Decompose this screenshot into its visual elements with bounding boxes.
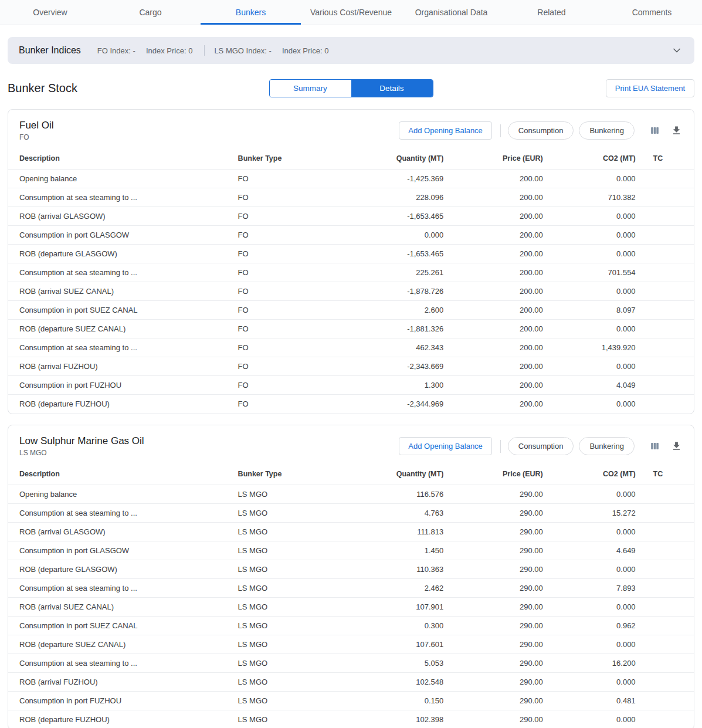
table-row[interactable]: ROB (departure FUZHOU) LS MGO 102.398 29…	[8, 710, 694, 728]
table-row[interactable]: ROB (arrival SUEZ CANAL) LS MGO 107.901 …	[8, 598, 694, 617]
cell-tc	[636, 395, 694, 414]
tab[interactable]: Related	[501, 0, 602, 25]
columns-icon-button[interactable]	[647, 438, 663, 454]
table-row[interactable]: Opening balance FO -1,425.369 200.00 0.0…	[8, 170, 694, 188]
cell-quantity: -1,878.726	[378, 282, 443, 301]
cell-bunker-type: LS MGO	[238, 541, 379, 560]
download-icon	[671, 441, 682, 452]
tab[interactable]: Overview	[0, 0, 100, 25]
cell-description: ROB (departure FUZHOU)	[8, 395, 238, 414]
cell-tc	[636, 357, 694, 376]
table-row[interactable]: ROB (departure FUZHOU) FO -2,344.969 200…	[8, 395, 694, 414]
table-row[interactable]: Consumption in port FUZHOU FO 1.300 200.…	[8, 376, 694, 395]
cell-bunker-type: LS MGO	[238, 579, 379, 598]
cell-price: 200.00	[443, 245, 543, 263]
details-tab-button[interactable]: Details	[351, 80, 433, 97]
table-row[interactable]: ROB (arrival FUZHOU) FO -2,343.669 200.0…	[8, 357, 694, 376]
cell-tc	[636, 320, 694, 338]
col-co2: CO2 (MT)	[543, 148, 636, 170]
cell-tc	[636, 376, 694, 395]
col-description: Description	[8, 148, 238, 170]
print-eua-statement-button[interactable]: Print EUA Statement	[606, 79, 694, 97]
table-row[interactable]: Consumption at sea steaming to ... LS MG…	[8, 504, 694, 523]
cell-description: Consumption in port SUEZ CANAL	[8, 617, 238, 635]
table-row[interactable]: ROB (departure GLASGOW) FO -1,653.465 20…	[8, 245, 694, 263]
cell-co2: 0.962	[543, 617, 636, 635]
table-row[interactable]: Consumption at sea steaming to ... FO 22…	[8, 263, 694, 282]
download-icon-button[interactable]	[669, 438, 684, 454]
cell-description: ROB (departure GLASGOW)	[8, 560, 238, 579]
download-icon-button[interactable]	[669, 123, 684, 138]
table-row[interactable]: Consumption in port FUZHOU LS MGO 0.150 …	[8, 692, 694, 710]
bunker-indices-bar[interactable]: Bunker Indices FO Index: - Index Price: …	[8, 37, 694, 64]
cell-co2: 4.049	[543, 376, 636, 395]
columns-icon-button[interactable]	[647, 123, 663, 138]
page-title: Bunker Stock	[8, 82, 269, 95]
cell-quantity: 2.600	[378, 301, 443, 320]
bunkering-button[interactable]: Bunkering	[579, 121, 635, 140]
add-opening-balance-button[interactable]: Add Opening Balance	[399, 121, 491, 140]
table-row[interactable]: Opening balance LS MGO 116.576 290.00 0.…	[8, 485, 694, 504]
view-columns-icon	[649, 125, 660, 136]
page-header: Bunker Stock Summary Details Print EUA S…	[8, 79, 694, 97]
col-price: Price (EUR)	[443, 464, 543, 485]
tab[interactable]: Various Cost/Revenue	[301, 0, 401, 25]
summary-tab-button[interactable]: Summary	[270, 80, 351, 97]
cell-co2: 0.000	[543, 226, 636, 245]
summary-details-toggle: Summary Details	[269, 79, 433, 97]
tab[interactable]: Cargo	[100, 0, 201, 25]
consumption-button[interactable]: Consumption	[508, 121, 574, 140]
table-row[interactable]: ROB (departure GLASGOW) LS MGO 110.363 2…	[8, 560, 694, 579]
table-row[interactable]: Consumption in port SUEZ CANAL FO 2.600 …	[8, 301, 694, 320]
lsmgo-index-price-label: Index Price: 0	[282, 46, 329, 55]
table-row[interactable]: ROB (departure SUEZ CANAL) LS MGO 107.60…	[8, 635, 694, 654]
chevron-down-icon[interactable]	[669, 42, 685, 59]
add-opening-balance-button[interactable]: Add Opening Balance	[399, 437, 491, 455]
bunkering-button[interactable]: Bunkering	[579, 437, 635, 455]
cell-price: 200.00	[443, 376, 543, 395]
table-row[interactable]: Consumption at sea steaming to ... LS MG…	[8, 654, 694, 673]
cell-price: 200.00	[443, 170, 543, 188]
cell-co2: 8.097	[543, 301, 636, 320]
table-row[interactable]: Consumption at sea steaming to ... FO 22…	[8, 188, 694, 207]
table-row[interactable]: Consumption in port GLASGOW FO 0.000 200…	[8, 226, 694, 245]
tab[interactable]: Comments	[602, 0, 702, 25]
table-row[interactable]: ROB (arrival FUZHOU) LS MGO 102.548 290.…	[8, 673, 694, 692]
cell-co2: 0.000	[543, 357, 636, 376]
table-row[interactable]: Consumption at sea steaming to ... FO 46…	[8, 338, 694, 357]
cell-quantity: 228.096	[378, 188, 443, 207]
cell-description: Consumption in port FUZHOU	[8, 692, 238, 710]
cell-bunker-type: FO	[238, 357, 379, 376]
cell-description: ROB (arrival GLASGOW)	[8, 523, 238, 541]
table-row[interactable]: ROB (departure SUEZ CANAL) FO -1,881.326…	[8, 320, 694, 338]
cell-price: 290.00	[443, 692, 543, 710]
cell-quantity: 0.000	[378, 226, 443, 245]
cell-description: Consumption in port GLASGOW	[8, 226, 238, 245]
table-row[interactable]: Consumption in port SUEZ CANAL LS MGO 0.…	[8, 617, 694, 635]
col-tc: TC	[636, 464, 694, 485]
cell-tc	[636, 654, 694, 673]
cell-description: Consumption at sea steaming to ...	[8, 188, 238, 207]
cell-co2: 0.000	[543, 598, 636, 617]
cell-price: 200.00	[443, 338, 543, 357]
indices-divider	[204, 45, 205, 56]
table-row[interactable]: Consumption in port GLASGOW LS MGO 1.450…	[8, 541, 694, 560]
table-row[interactable]: Consumption at sea steaming to ... LS MG…	[8, 579, 694, 598]
cell-co2: 0.000	[543, 207, 636, 226]
cell-co2: 0.000	[543, 485, 636, 504]
cell-bunker-type: FO	[238, 226, 379, 245]
card-header: Fuel Oil FO Add Opening Balance Consumpt…	[8, 110, 694, 148]
tab[interactable]: Bunkers	[201, 0, 301, 25]
consumption-button[interactable]: Consumption	[508, 437, 574, 455]
cell-bunker-type: LS MGO	[238, 560, 379, 579]
cell-price: 200.00	[443, 207, 543, 226]
table-row[interactable]: ROB (arrival SUEZ CANAL) FO -1,878.726 2…	[8, 282, 694, 301]
card-title: Low Sulphur Marine Gas Oil	[19, 435, 144, 447]
cell-tc	[636, 692, 694, 710]
cell-quantity: 107.901	[378, 598, 443, 617]
tab[interactable]: Organisational Data	[401, 0, 501, 25]
table-row[interactable]: ROB (arrival GLASGOW) LS MGO 111.813 290…	[8, 523, 694, 541]
download-icon	[671, 125, 682, 136]
col-bunker-type: Bunker Type	[238, 148, 379, 170]
table-row[interactable]: ROB (arrival GLASGOW) FO -1,653.465 200.…	[8, 207, 694, 226]
